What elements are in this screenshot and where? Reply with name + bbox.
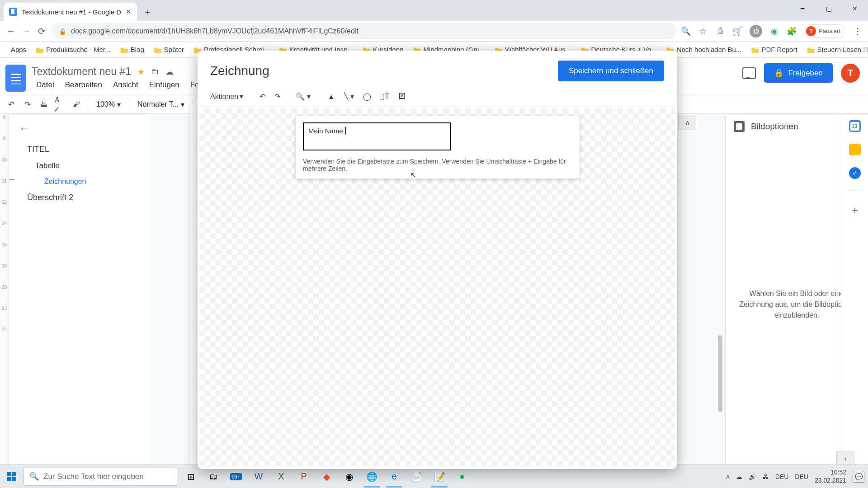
network-icon[interactable]: 🖧: [763, 473, 769, 480]
separator: [849, 191, 861, 191]
calendar-icon[interactable]: [849, 120, 861, 132]
profile-chip[interactable]: T Pausiert: [804, 24, 845, 38]
folder-icon: [154, 46, 161, 53]
undo-button[interactable]: ↶: [5, 98, 18, 111]
tasks-icon[interactable]: [849, 167, 861, 179]
save-and-close-button[interactable]: Speichern und schließen: [558, 61, 664, 81]
extensions-puzzle-icon[interactable]: 🧩: [787, 26, 797, 36]
explore-button[interactable]: ›: [836, 451, 854, 466]
sidebar-title: Bildoptionen: [751, 122, 846, 131]
menu-bearbeiten[interactable]: Bearbeiten: [61, 79, 107, 91]
textbox-input[interactable]: Mein Name: [303, 122, 451, 150]
chrome-menu-icon[interactable]: ⋮: [853, 26, 863, 36]
menu-ansicht[interactable]: Ansicht: [108, 79, 143, 91]
window-controls: ━ ▢ ✕: [789, 0, 868, 17]
image-tool[interactable]: 🖼: [395, 90, 409, 103]
chrome-titlebar: Textdokument neu #1 - Google D ✕ ＋ ━ ▢ ✕: [0, 0, 868, 21]
undo-button[interactable]: ↶: [256, 90, 269, 103]
task-view-icon[interactable]: ⊞: [180, 466, 202, 488]
image-icon: [734, 121, 745, 132]
bookmark-item[interactable]: PDF Report: [748, 44, 801, 55]
reader-icon[interactable]: ⎙: [715, 26, 725, 36]
actions-dropdown[interactable]: Aktionen ▾: [207, 90, 247, 103]
textbox-tool[interactable]: ⌷T: [377, 90, 393, 103]
menu-einfuegen[interactable]: Einfügen: [145, 79, 184, 91]
zoom-dropdown[interactable]: 100%▾: [93, 100, 124, 109]
close-window-button[interactable]: ✕: [842, 0, 868, 17]
bookmark-star-icon[interactable]: ☆: [698, 26, 708, 36]
zoom-dropdown[interactable]: 🔍 ▾: [292, 90, 314, 103]
zoom-icon[interactable]: 🔍: [681, 26, 691, 36]
scroll-up-button[interactable]: ʌ: [678, 115, 696, 130]
bookmark-item[interactable]: Blog: [117, 44, 148, 55]
clock[interactable]: 10:52 23.02.2021: [815, 469, 846, 484]
add-addon-icon[interactable]: ＋: [849, 203, 860, 217]
textbox-hint: Verwenden Sie die Eingabetaste zum Speic…: [303, 158, 572, 172]
outline-item[interactable]: TITEL: [19, 141, 139, 158]
bookmark-item[interactable]: Später: [151, 44, 188, 55]
folder-icon: [751, 46, 759, 53]
notifications-icon[interactable]: 💬: [853, 471, 864, 483]
line-tool[interactable]: ╲ ▾: [340, 90, 358, 103]
folder-icon: [36, 46, 43, 53]
apps-grid-icon[interactable]: [5, 45, 6, 54]
search-icon: 🔍: [29, 472, 39, 481]
taskbar-search[interactable]: 🔍 Zur Suche Text hier eingeben: [24, 468, 177, 486]
bookmark-item[interactable]: Produktsuche - Mer...: [33, 44, 114, 55]
vertical-ruler: 68101112141618202224: [0, 114, 9, 470]
maximize-button[interactable]: ▢: [816, 0, 842, 17]
select-tool[interactable]: ▲: [324, 90, 339, 103]
print-button[interactable]: 🖶: [37, 98, 51, 111]
redo-button[interactable]: ↷: [21, 98, 34, 111]
paint-format-button[interactable]: 🖌: [70, 98, 83, 111]
drawing-toolbar: Aktionen ▾ ↶ ↷ 🔍 ▾ ▲ ╲ ▾ ◯ ⌷T 🖼: [198, 87, 677, 107]
url-field[interactable]: 🔒 docs.google.com/document/d/1hUH8k6h7Lb…: [52, 23, 676, 39]
apps-label[interactable]: Apps: [11, 46, 26, 53]
comments-icon[interactable]: [742, 67, 756, 79]
back-button[interactable]: ←: [5, 26, 16, 37]
onedrive-icon[interactable]: ☁: [736, 473, 742, 480]
tray-chevron-icon[interactable]: ʌ: [726, 473, 730, 480]
keyboard-layout[interactable]: DEU: [795, 473, 808, 480]
folder-icon: [807, 46, 815, 53]
keep-icon[interactable]: [849, 144, 861, 155]
user-avatar[interactable]: T: [841, 64, 860, 83]
textbox-input-popup: Mein Name Verwenden Sie die Eingabetaste…: [295, 116, 580, 179]
grammar-extension-icon[interactable]: ◉: [769, 26, 779, 36]
extension-round-icon[interactable]: ⏻: [750, 25, 762, 38]
menu-datei[interactable]: Datei: [32, 79, 59, 91]
scrollbar-thumb[interactable]: [718, 335, 722, 412]
start-button[interactable]: [0, 465, 24, 488]
url-text: docs.google.com/document/d/1hUH8k6h7Lb8y…: [71, 27, 359, 35]
search-placeholder: Zur Suche Text hier eingeben: [43, 472, 144, 481]
redo-button[interactable]: ↷: [271, 90, 284, 103]
docs-logo-icon[interactable]: [5, 65, 26, 92]
spellcheck-button[interactable]: Ａ✓: [53, 98, 67, 111]
new-tab-button[interactable]: ＋: [140, 4, 155, 19]
language-indicator[interactable]: DEU: [775, 473, 789, 480]
document-title[interactable]: Textdokument neu #1: [32, 66, 131, 78]
cloud-status-icon[interactable]: ☁: [165, 67, 174, 77]
browser-tab[interactable]: Textdokument neu #1 - Google D ✕: [4, 3, 137, 21]
tab-title: Textdokument neu #1 - Google D: [22, 8, 121, 16]
volume-icon[interactable]: 🔊: [749, 473, 756, 480]
reload-button[interactable]: ⟳: [36, 26, 47, 37]
outline-back-icon[interactable]: ←: [19, 122, 139, 135]
move-folder-icon[interactable]: 🗀: [151, 67, 159, 76]
outline-item-active[interactable]: Zeichnungen: [19, 174, 139, 189]
profile-status: Pausiert: [819, 28, 840, 34]
forward-button[interactable]: →: [21, 26, 32, 37]
lock-icon: 🔒: [59, 28, 66, 35]
tab-close-icon[interactable]: ✕: [126, 8, 132, 16]
style-dropdown[interactable]: Normaler T...▾: [134, 100, 188, 109]
cart-extension-icon[interactable]: 🛒: [732, 26, 742, 36]
shape-tool[interactable]: ◯: [359, 90, 375, 103]
outline-item[interactable]: Tabelle: [19, 158, 139, 174]
share-button[interactable]: 🔒 Freigeben: [764, 63, 833, 83]
drawing-canvas[interactable]: Mein Name Verwenden Sie die Eingabetaste…: [199, 108, 675, 467]
minimize-button[interactable]: ━: [789, 0, 816, 17]
google-side-panel: ＋: [841, 114, 868, 470]
outline-item[interactable]: Überschrift 2: [19, 189, 139, 206]
bookmark-item[interactable]: Steuern Lesen !!!!: [804, 44, 868, 55]
star-icon[interactable]: ★: [137, 67, 145, 77]
